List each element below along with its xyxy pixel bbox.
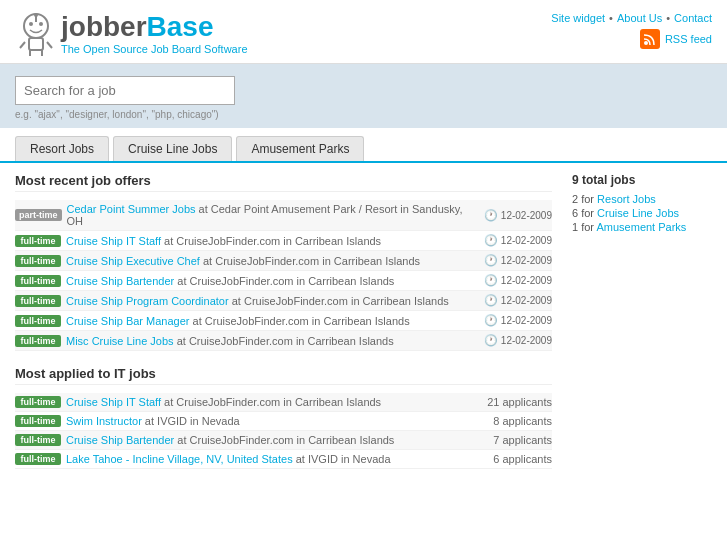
sidebar-item: 1 for Amusement Parks bbox=[572, 221, 712, 233]
clock-icon: 🕐 bbox=[484, 334, 498, 347]
job-company: CruiseJobFinder.com bbox=[189, 335, 293, 347]
applicant-count: 6 applicants bbox=[493, 453, 552, 465]
clock-icon: 🕐 bbox=[484, 209, 498, 222]
sidebar-count: 1 bbox=[572, 221, 578, 233]
tab-amusement-parks[interactable]: Amusement Parks bbox=[236, 136, 364, 161]
job-location: Carribean Islands bbox=[308, 275, 394, 287]
job-location: Carribean Islands bbox=[334, 255, 420, 267]
job-link[interactable]: Cedar Point Summer Jobs bbox=[67, 203, 196, 215]
job-company: CruiseJobFinder.com bbox=[215, 255, 319, 267]
table-row: full-time Cruise Ship Program Coordinato… bbox=[15, 291, 552, 311]
badge-fulltime: full-time bbox=[15, 255, 61, 267]
job-link[interactable]: Cruise Ship IT Staff bbox=[66, 396, 161, 408]
job-link[interactable]: Cruise Ship Bartender bbox=[66, 434, 174, 446]
table-row: full-time Cruise Ship IT Staff at Cruise… bbox=[15, 393, 552, 412]
most-applied-title: Most applied to IT jobs bbox=[15, 366, 552, 385]
clock-icon: 🕐 bbox=[484, 294, 498, 307]
sidebar-item: 6 for Cruise Line Jobs bbox=[572, 207, 712, 219]
most-recent-title: Most recent job offers bbox=[15, 173, 552, 192]
svg-point-5 bbox=[34, 13, 38, 17]
job-location: Carribean Islands bbox=[363, 295, 449, 307]
sidebar-link-amusement[interactable]: Amusement Parks bbox=[596, 221, 686, 233]
job-link[interactable]: Cruise Ship Executive Chef bbox=[66, 255, 200, 267]
logo-subtitle: The Open Source Job Board Software bbox=[61, 43, 248, 55]
badge-fulltime: full-time bbox=[15, 335, 61, 347]
job-meta: Misc Cruise Line Jobs at CruiseJobFinder… bbox=[66, 335, 479, 347]
tabs-area: Resort Jobs Cruise Line Jobs Amusement P… bbox=[0, 128, 727, 163]
logo-wrapper: jobberBase The Open Source Job Board Sof… bbox=[15, 10, 248, 58]
job-date: 🕐 12-02-2009 bbox=[484, 334, 552, 347]
badge-fulltime: full-time bbox=[15, 415, 61, 427]
sidebar-count: 2 bbox=[572, 193, 578, 205]
logo-icon bbox=[15, 10, 57, 58]
job-meta: Swim Instructor at IVGID in Nevada bbox=[66, 415, 488, 427]
rss-icon bbox=[640, 29, 660, 49]
table-row: full-time Cruise Ship Bartender at Cruis… bbox=[15, 431, 552, 450]
clock-icon: 🕐 bbox=[484, 314, 498, 327]
job-location: Carribean Islands bbox=[308, 335, 394, 347]
job-link[interactable]: Lake Tahoe - Incline Village, NV, United… bbox=[66, 453, 293, 465]
clock-icon: 🕐 bbox=[484, 234, 498, 247]
table-row: full-time Cruise Ship IT Staff at Cruise… bbox=[15, 231, 552, 251]
job-meta: Cruise Ship Bar Manager at CruiseJobFind… bbox=[66, 315, 479, 327]
logo-j: j bbox=[61, 11, 69, 42]
job-meta: Cruise Ship IT Staff at CruiseJobFinder.… bbox=[66, 396, 482, 408]
search-input[interactable] bbox=[15, 76, 235, 105]
table-row: full-time Cruise Ship Executive Chef at … bbox=[15, 251, 552, 271]
header-right: Site widget • About Us • Contact RSS fee… bbox=[551, 10, 712, 49]
applicant-count: 21 applicants bbox=[487, 396, 552, 408]
job-company: CruiseJobFinder.com bbox=[244, 295, 348, 307]
badge-fulltime: full-time bbox=[15, 235, 61, 247]
table-row: full-time Swim Instructor at IVGID in Ne… bbox=[15, 412, 552, 431]
sidebar-link-cruise[interactable]: Cruise Line Jobs bbox=[597, 207, 679, 219]
job-meta: Cruise Ship IT Staff at CruiseJobFinder.… bbox=[66, 235, 479, 247]
job-link[interactable]: Cruise Ship Program Coordinator bbox=[66, 295, 229, 307]
job-date: 🕐 12-02-2009 bbox=[484, 234, 552, 247]
job-location: Carribean Islands bbox=[295, 235, 381, 247]
badge-parttime: part-time bbox=[15, 209, 62, 221]
logo-obber: obber bbox=[69, 11, 147, 42]
job-company: CruiseJobFinder.com bbox=[190, 275, 294, 287]
rss-feed[interactable]: RSS feed bbox=[640, 29, 712, 49]
job-meta: Cruise Ship Bartender at CruiseJobFinder… bbox=[66, 275, 479, 287]
table-row: full-time Misc Cruise Line Jobs at Cruis… bbox=[15, 331, 552, 351]
tab-resort-jobs[interactable]: Resort Jobs bbox=[15, 136, 109, 161]
sidebar-count: 6 bbox=[572, 207, 578, 219]
search-area: e.g. "ajax", "designer, london", "php, c… bbox=[0, 64, 727, 128]
job-date: 🕐 12-02-2009 bbox=[484, 209, 552, 222]
job-link[interactable]: Misc Cruise Line Jobs bbox=[66, 335, 174, 347]
svg-point-10 bbox=[644, 41, 648, 45]
sidebar: 9 total jobs 2 for Resort Jobs 6 for Cru… bbox=[572, 173, 712, 479]
job-link[interactable]: Swim Instructor bbox=[66, 415, 142, 427]
table-row: part-time Cedar Point Summer Jobs at Ced… bbox=[15, 200, 552, 231]
svg-point-1 bbox=[29, 22, 33, 26]
badge-fulltime: full-time bbox=[15, 453, 61, 465]
badge-fulltime: full-time bbox=[15, 295, 61, 307]
main-content: Most recent job offers part-time Cedar P… bbox=[0, 163, 727, 489]
applicant-count: 7 applicants bbox=[493, 434, 552, 446]
job-link[interactable]: Cruise Ship Bar Manager bbox=[66, 315, 190, 327]
badge-fulltime: full-time bbox=[15, 275, 61, 287]
sidebar-link-resort[interactable]: Resort Jobs bbox=[597, 193, 656, 205]
job-location: Carribean Islands bbox=[323, 315, 409, 327]
site-widget-link[interactable]: Site widget bbox=[551, 12, 605, 24]
badge-fulltime: full-time bbox=[15, 434, 61, 446]
job-company: CruiseJobFinder.com bbox=[176, 235, 280, 247]
table-row: full-time Cruise Ship Bar Manager at Cru… bbox=[15, 311, 552, 331]
contact-link[interactable]: Contact bbox=[674, 12, 712, 24]
job-company: Cedar Point Amusement Park / Resort bbox=[211, 203, 397, 215]
job-meta: Lake Tahoe - Incline Village, NV, United… bbox=[66, 453, 488, 465]
job-meta: Cruise Ship Executive Chef at CruiseJobF… bbox=[66, 255, 479, 267]
about-us-link[interactable]: About Us bbox=[617, 12, 662, 24]
job-date: 🕐 12-02-2009 bbox=[484, 274, 552, 287]
logo-base: Base bbox=[147, 11, 214, 42]
tab-cruise-line-jobs[interactable]: Cruise Line Jobs bbox=[113, 136, 232, 161]
job-link[interactable]: Cruise Ship Bartender bbox=[66, 275, 174, 287]
job-link[interactable]: Cruise Ship IT Staff bbox=[66, 235, 161, 247]
rss-label: RSS feed bbox=[665, 33, 712, 45]
job-meta: Cruise Ship Program Coordinator at Cruis… bbox=[66, 295, 479, 307]
svg-point-2 bbox=[39, 22, 43, 26]
job-company: CruiseJobFinder.com bbox=[205, 315, 309, 327]
badge-fulltime: full-time bbox=[15, 315, 61, 327]
header-links: Site widget • About Us • Contact bbox=[551, 12, 712, 24]
